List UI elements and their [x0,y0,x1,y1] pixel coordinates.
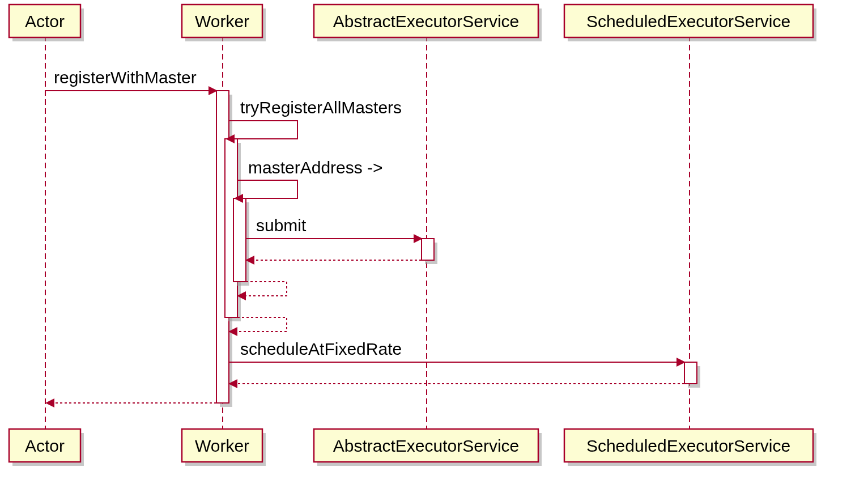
participant-abstract-executor-label: AbstractExecutorService [333,12,519,31]
activation-scheduled-executor [684,362,700,388]
sequence-diagram: Actor Worker AbstractExecutorService Sch… [0,0,868,501]
svg-text:masterAddress ->: masterAddress -> [248,158,383,177]
participant-worker-bottom: Worker [182,429,266,466]
svg-text:registerWithMaster: registerWithMaster [54,68,197,87]
svg-marker-50 [45,398,54,407]
participant-worker-label: Worker [195,12,249,31]
return-abstract-executor [245,256,422,265]
participant-actor-label: Actor [25,12,65,31]
svg-rect-29 [684,362,697,384]
participant-actor-top: Actor [9,5,84,41]
activation-abstract-executor [422,239,437,264]
participant-abstract-executor-bottom: AbstractExecutorService [314,429,542,466]
participant-scheduled-executor-bottom: ScheduledExecutorService [564,429,816,466]
message-schedule-at-fixed-rate: scheduleAtFixedRate [229,339,686,367]
participant-scheduled-executor-label: ScheduledExecutorService [586,12,790,31]
return-scheduled-executor [228,379,684,388]
svg-text:scheduleAtFixedRate: scheduleAtFixedRate [240,339,402,358]
message-try-register-all-masters: tryRegisterAllMasters [225,98,402,143]
svg-rect-27 [422,239,434,260]
message-register-with-master: registerWithMaster [45,68,218,95]
message-master-address: masterAddress -> [234,158,383,203]
message-submit: submit [246,216,423,243]
svg-text:tryRegisterAllMasters: tryRegisterAllMasters [240,98,402,117]
participant-abstract-executor-top: AbstractExecutorService [314,5,542,41]
participant-actor-bottom: Actor [9,429,84,466]
participant-worker-top: Worker [182,5,266,41]
participant-scheduled-executor-top: ScheduledExecutorService [564,5,816,41]
svg-text:ScheduledExecutorService: ScheduledExecutorService [586,436,790,455]
return-to-actor [45,398,216,407]
activation-worker-inner-2 [233,198,249,286]
svg-text:AbstractExecutorService: AbstractExecutorService [333,436,519,455]
svg-text:submit: submit [256,216,307,235]
svg-text:Actor: Actor [25,436,65,455]
svg-text:Worker: Worker [195,436,249,455]
svg-rect-25 [233,198,246,282]
